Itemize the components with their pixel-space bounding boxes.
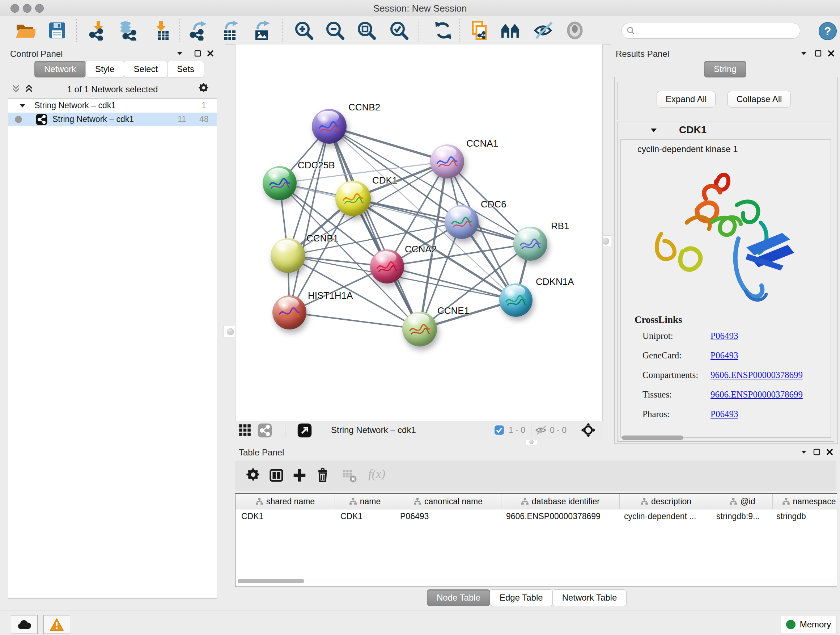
edge-CCNB2-CCNA1[interactable] — [329, 126, 447, 162]
toolbar-separator — [282, 19, 283, 42]
network-tree-root-row[interactable]: String Network – cdk1 1 — [8, 99, 217, 112]
node-CCNA1[interactable] — [430, 144, 464, 179]
node-CDC6[interactable] — [445, 205, 478, 239]
tab-string[interactable]: String — [704, 61, 746, 78]
tab-select[interactable]: Select — [124, 61, 167, 78]
save-session-button[interactable] — [47, 20, 67, 41]
export-table-button[interactable] — [220, 20, 240, 41]
tab-style[interactable]: Style — [85, 61, 124, 78]
table-row[interactable]: CDK1CDK1P064939606.ENSP00000378699cyclin… — [235, 509, 837, 524]
tab-network-table[interactable]: Network Table — [553, 589, 627, 606]
tab-sets[interactable]: Sets — [167, 61, 204, 78]
selected-checkbox-icon[interactable] — [494, 425, 504, 435]
table-panel-menu-button[interactable] — [800, 450, 807, 456]
cell-canonical-name[interactable]: P06493 — [394, 509, 500, 524]
refresh-layout-button[interactable] — [433, 20, 453, 41]
warnings-button[interactable] — [43, 615, 70, 634]
birds-eye-view-button[interactable] — [581, 423, 595, 439]
expand-all-button[interactable]: Expand All — [657, 91, 715, 108]
node-CCNE1[interactable] — [402, 312, 437, 347]
horizontal-splitter-handle[interactable] — [526, 439, 537, 445]
column-header-name[interactable]: name — [335, 494, 395, 509]
zoom-in-button[interactable] — [294, 20, 314, 41]
crosslink-link[interactable]: P06493 — [711, 409, 738, 419]
export-network-button[interactable] — [188, 20, 209, 41]
memory-status-button[interactable]: Memory — [781, 616, 836, 633]
cloud-status-button[interactable] — [11, 615, 38, 634]
table-panel-float-button[interactable] — [813, 448, 820, 456]
results-panel-menu-button[interactable] — [800, 51, 807, 57]
delete-table-button[interactable] — [339, 466, 360, 486]
crosslink-link[interactable]: 9606.ENSP00000378699 — [711, 390, 803, 400]
node-label-CDC25B: CDC25B — [298, 160, 335, 171]
network-panel-options-button[interactable] — [197, 82, 210, 96]
edge-HIST1H1A-CCNB2[interactable] — [289, 126, 329, 312]
column-header-namespace[interactable]: namespace — [773, 494, 837, 509]
delete-column-button[interactable] — [313, 466, 333, 486]
node-CCNB1[interactable] — [271, 238, 305, 273]
tab-node-table[interactable]: Node Table — [427, 589, 490, 606]
node-CCNA2[interactable] — [370, 249, 404, 283]
cell-database-identifier[interactable]: 9606.ENSP00000378699 — [500, 509, 618, 524]
cell-name[interactable]: CDK1 — [335, 509, 394, 524]
table-options-button[interactable] — [243, 466, 264, 486]
detach-view-button[interactable] — [297, 423, 312, 439]
node-CCNB2[interactable] — [312, 109, 347, 144]
gene-header-row[interactable]: CDK1 — [617, 122, 834, 138]
column-header-description[interactable]: description — [620, 494, 712, 509]
hide-selected-button[interactable] — [533, 20, 553, 41]
tab-network[interactable]: Network — [34, 61, 86, 78]
control-panel-float-button[interactable] — [194, 50, 201, 58]
export-image-button[interactable] — [252, 20, 272, 41]
help-button[interactable]: ? — [818, 22, 837, 41]
grid-view-button[interactable] — [238, 423, 252, 438]
edge-HIST1H1A-CCNE1[interactable] — [289, 312, 420, 329]
node-CDK1[interactable] — [335, 181, 371, 216]
column-header--id[interactable]: @id — [712, 494, 773, 509]
search-input[interactable] — [638, 24, 795, 37]
crosslink-link[interactable]: P06493 — [711, 331, 738, 341]
network-icon — [36, 114, 47, 125]
function-builder-button[interactable]: f(x) — [368, 467, 385, 481]
zoom-out-button[interactable] — [325, 20, 345, 41]
column-header-shared-name[interactable]: shared name — [235, 494, 335, 509]
crosslink-link[interactable]: 9606.ENSP00000378699 — [711, 370, 803, 380]
zoom-fit-button[interactable] — [356, 20, 377, 41]
node-HIST1H1A[interactable] — [272, 295, 306, 329]
protein-ribbon-thumbnail — [504, 294, 527, 310]
network-tree-row-selected[interactable]: String Network – cdk1 11 48 — [8, 112, 217, 126]
protein-ribbon-thumbnail — [450, 215, 473, 231]
control-panel-menu-button[interactable] — [176, 51, 183, 57]
node-RB1[interactable] — [513, 226, 547, 261]
open-session-button[interactable] — [15, 20, 35, 41]
table-panel-close-button[interactable] — [826, 448, 833, 456]
import-table-from-file-button[interactable] — [150, 20, 171, 41]
node-CDKN1A[interactable] — [499, 283, 532, 317]
cell-description[interactable]: cyclin-dependent ... — [618, 509, 711, 524]
clone-network-button[interactable] — [470, 20, 490, 41]
control-panel-close-button[interactable] — [207, 50, 214, 58]
network-canvas[interactable]: CCNB2CCNA1CDC25BCDK1CDC6RB1CCNB1CCNA2CDK… — [235, 44, 603, 421]
results-horizontal-scrollbar[interactable] — [622, 435, 684, 440]
import-network-from-database-button[interactable] — [118, 20, 139, 41]
zoom-selected-button[interactable] — [389, 20, 409, 41]
tab-edge-table[interactable]: Edge Table — [490, 589, 553, 606]
cell--id[interactable]: stringdb:9... — [711, 509, 771, 524]
network-view-button[interactable] — [257, 423, 272, 439]
column-header-canonical-name[interactable]: canonical name — [395, 494, 501, 509]
collapse-triangle-icon[interactable] — [650, 128, 657, 133]
cell-namespace[interactable]: stringdb — [771, 509, 837, 524]
column-header-database-identifier[interactable]: database identifier — [501, 494, 620, 509]
crosslink-link[interactable]: P06493 — [711, 350, 738, 361]
table-horizontal-scrollbar[interactable] — [236, 578, 835, 585]
collapse-all-button[interactable]: Collapse All — [728, 91, 791, 108]
first-neighbors-button[interactable] — [500, 20, 520, 41]
import-network-from-file-button[interactable] — [88, 20, 108, 41]
create-column-button[interactable] — [289, 466, 309, 486]
node-CDC25B[interactable] — [263, 166, 297, 200]
results-panel-close-button[interactable] — [828, 50, 835, 58]
show-all-button[interactable] — [565, 20, 585, 41]
show-columns-button[interactable] — [266, 466, 286, 486]
cell-shared-name[interactable]: CDK1 — [235, 509, 335, 524]
results-panel-float-button[interactable] — [815, 50, 821, 58]
